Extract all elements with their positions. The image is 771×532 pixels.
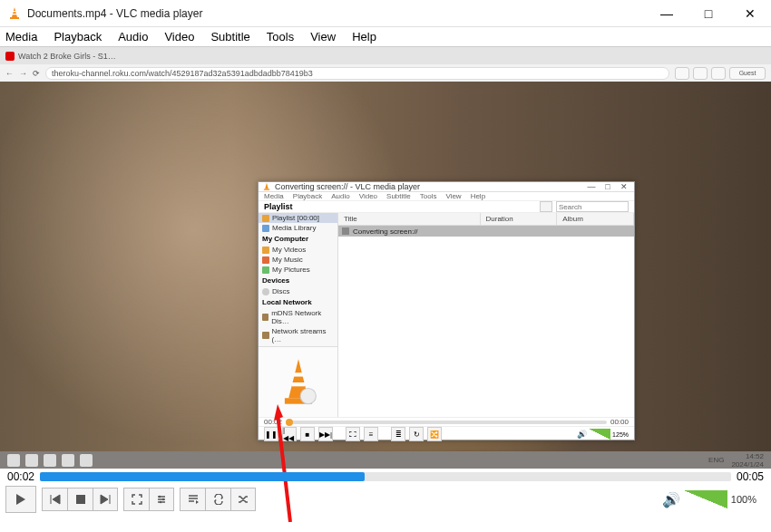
vlc-cone-icon [7,6,22,21]
sidebar-my-videos[interactable]: My Videos [259,245,337,255]
nested-window-title: Converting screen:// - VLC media player [275,182,581,191]
fullscreen-button[interactable] [123,488,149,511]
menu-audio[interactable]: Audio [118,30,148,44]
menu-video[interactable]: Video [164,30,194,44]
playlist-button[interactable] [180,488,205,511]
nested-menu-playback[interactable]: Playback [293,192,322,200]
forward-icon[interactable]: → [19,69,27,78]
nested-minimize-button[interactable]: — [585,182,598,191]
nested-pause-button[interactable]: ❚❚ [264,427,278,441]
col-title[interactable]: Title [338,213,481,225]
loop-button[interactable] [205,488,230,511]
vlc-cone-icon [278,357,318,408]
sidebar-media-library[interactable]: Media Library [259,223,337,233]
nested-menu-video[interactable]: Video [359,192,377,200]
nested-stop-button[interactable]: ■ [300,427,315,441]
back-icon[interactable]: ← [5,69,14,78]
nested-menu-media[interactable]: Media [264,192,284,200]
play-button[interactable] [5,486,36,513]
url-chip-2[interactable] [693,67,708,80]
stop-button[interactable] [67,488,93,511]
nested-next-button[interactable]: ▶▶| [318,427,333,441]
taskbar-icon[interactable] [80,454,93,467]
svg-point-9 [159,496,161,498]
ext-settings-button[interactable] [149,488,174,511]
menu-media[interactable]: Media [5,30,37,44]
volume-slider[interactable] [684,490,727,508]
nested-shuffle-button[interactable]: 🔀 [427,427,442,441]
taskbar-icon[interactable] [44,454,56,467]
skip-prev-icon [50,494,61,505]
nested-loop-button[interactable]: ↻ [409,427,424,441]
menu-subtitle[interactable]: Subtitle [210,30,249,44]
browser-tab-strip: Watch 2 Broke Girls - S1… [0,47,771,64]
nested-speaker-icon[interactable]: 🔊 [577,430,587,439]
taskbar-lang[interactable]: ENG [708,456,724,464]
nested-maximize-button[interactable]: □ [601,182,614,191]
menu-playback[interactable]: Playback [54,30,102,44]
nested-header-row: Playlist [259,201,634,213]
browser-tab-title[interactable]: Watch 2 Broke Girls - S1… [18,52,116,61]
guest-button[interactable]: Guest [729,67,766,80]
sidebar-mdns[interactable]: mDNS Network Dis… [259,308,337,326]
sidebar-computer-header: My Computer [259,233,337,245]
seek-slider[interactable] [40,472,731,481]
col-duration[interactable]: Duration [481,213,558,225]
sidebar-discs[interactable]: Discs [259,286,337,296]
svg-rect-5 [293,372,303,376]
nested-fullscreen-button[interactable]: ⛶ [346,427,360,441]
nested-volume-slider[interactable] [589,429,610,440]
shuffle-button[interactable] [230,488,256,511]
menu-view[interactable]: View [310,30,336,44]
nested-time-elapsed: 00:02 [264,418,282,426]
nested-progress: 00:02 00:00 [259,417,634,426]
speaker-icon[interactable]: 🔊 [662,491,680,508]
col-album[interactable]: Album [557,213,634,225]
maximize-button[interactable]: □ [688,0,729,27]
sidebar-my-pictures[interactable]: My Pictures [259,265,337,275]
nested-playlist-button[interactable]: ≣ [391,427,405,441]
url-input[interactable]: theroku-channel.roku.com/watch/4529187ad… [45,67,669,80]
time-elapsed: 00:02 [7,470,34,483]
sidebar-my-music[interactable]: My Music [259,255,337,265]
seek-bar-row: 00:02 00:05 [0,469,771,485]
playlist-row[interactable]: Converting screen:// [338,226,634,237]
url-chip-3[interactable] [711,67,726,80]
reload-icon[interactable]: ⟳ [33,69,40,78]
taskbar-icon[interactable] [62,454,74,467]
nested-close-button[interactable]: ✕ [618,182,630,191]
nested-vlc-window[interactable]: Converting screen:// - VLC media player … [258,181,635,440]
menu-tools[interactable]: Tools [267,30,294,44]
nested-search-input[interactable] [556,201,629,212]
next-button[interactable] [93,488,118,511]
taskbar-icon[interactable] [7,454,20,467]
url-chip-1[interactable] [675,67,689,80]
sidebar-streams[interactable]: Network streams (… [259,326,337,344]
nested-time-total: 00:00 [610,418,629,426]
sidebar-playlist[interactable]: Playlist [00:00] [259,213,337,223]
nested-menu-subtitle[interactable]: Subtitle [386,192,411,200]
nested-seek-slider[interactable] [286,421,607,424]
taskbar: ENG 14:52 2024/1/24 [0,451,771,469]
close-button[interactable]: ✕ [729,0,771,27]
playlist-icon [188,494,199,505]
nested-menu-view[interactable]: View [445,192,461,200]
nested-album-art [259,346,337,417]
fullscreen-icon [132,494,142,505]
nested-menu-audio[interactable]: Audio [331,192,349,200]
prev-button[interactable] [42,488,67,511]
nested-menu-tools[interactable]: Tools [420,192,437,200]
nested-ext-settings-button[interactable]: ≡ [364,427,378,441]
nested-menu-bar: Media Playback Audio Video Subtitle Tool… [259,192,634,201]
video-area: Watch 2 Broke Girls - S1… ← → ⟳ theroku-… [0,47,771,469]
menu-help[interactable]: Help [352,30,376,44]
tab-favicon-icon [5,52,15,61]
minimize-button[interactable]: — [646,0,688,27]
nested-prev-button[interactable]: |◀◀ [282,427,297,441]
title-bar: Documents.mp4 - VLC media player — □ ✕ [0,0,771,27]
control-bar: 🔊 100% [0,485,771,514]
nested-menu-help[interactable]: Help [471,192,485,200]
sidebar-lan-header: Local Network [259,296,337,308]
nested-view-toggle-button[interactable] [540,201,552,212]
taskbar-icon[interactable] [25,454,38,467]
